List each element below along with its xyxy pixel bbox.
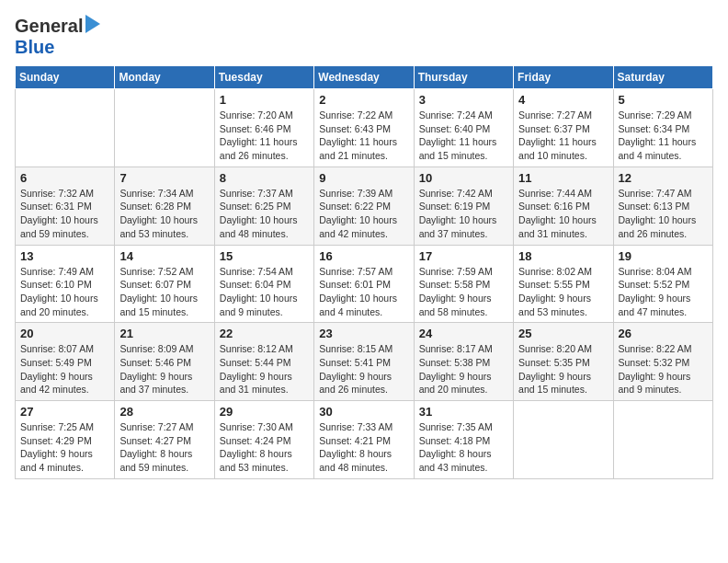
- calendar-cell: [613, 401, 712, 479]
- calendar-cell: 19Sunrise: 8:04 AM Sunset: 5:52 PM Dayli…: [613, 245, 712, 323]
- calendar-cell: 1Sunrise: 7:20 AM Sunset: 6:46 PM Daylig…: [214, 89, 313, 167]
- day-info: Sunrise: 8:02 AM Sunset: 5:55 PM Dayligh…: [518, 265, 608, 319]
- day-number: 22: [220, 327, 309, 340]
- logo: General Blue: [15, 15, 101, 58]
- day-number: 20: [20, 327, 109, 340]
- day-number: 6: [20, 171, 109, 185]
- calendar-cell: [514, 401, 613, 479]
- day-info: Sunrise: 7:34 AM Sunset: 6:28 PM Dayligh…: [119, 187, 209, 241]
- day-info: Sunrise: 8:07 AM Sunset: 5:49 PM Dayligh…: [20, 342, 109, 396]
- calendar-cell: [115, 89, 214, 167]
- day-number: 29: [220, 405, 309, 419]
- day-info: Sunrise: 8:22 AM Sunset: 5:32 PM Dayligh…: [619, 342, 708, 396]
- day-info: Sunrise: 7:37 AM Sunset: 6:25 PM Dayligh…: [220, 187, 309, 241]
- calendar-cell: 30Sunrise: 7:33 AM Sunset: 4:21 PM Dayli…: [314, 401, 414, 479]
- day-info: Sunrise: 7:54 AM Sunset: 6:04 PM Dayligh…: [220, 265, 309, 319]
- page-header: General Blue: [15, 15, 713, 58]
- day-info: Sunrise: 8:17 AM Sunset: 5:38 PM Dayligh…: [419, 342, 508, 396]
- day-number: 10: [419, 171, 508, 185]
- calendar-cell: 10Sunrise: 7:42 AM Sunset: 6:19 PM Dayli…: [414, 167, 513, 245]
- day-info: Sunrise: 7:24 AM Sunset: 6:40 PM Dayligh…: [419, 109, 508, 163]
- calendar-cell: 25Sunrise: 8:20 AM Sunset: 5:35 PM Dayli…: [514, 323, 613, 401]
- day-info: Sunrise: 7:22 AM Sunset: 6:43 PM Dayligh…: [319, 109, 408, 163]
- day-number: 28: [119, 405, 209, 419]
- calendar-cell: 7Sunrise: 7:34 AM Sunset: 6:28 PM Daylig…: [115, 167, 214, 245]
- day-info: Sunrise: 7:59 AM Sunset: 5:58 PM Dayligh…: [419, 265, 508, 319]
- calendar-cell: 23Sunrise: 8:15 AM Sunset: 5:41 PM Dayli…: [314, 323, 414, 401]
- calendar-header-tuesday: Tuesday: [214, 66, 313, 89]
- day-number: 27: [20, 405, 109, 419]
- logo-blue: Blue: [15, 37, 54, 57]
- day-number: 15: [220, 249, 309, 263]
- day-number: 11: [518, 171, 608, 185]
- calendar-cell: 28Sunrise: 7:27 AM Sunset: 4:27 PM Dayli…: [115, 401, 214, 479]
- day-info: Sunrise: 7:39 AM Sunset: 6:22 PM Dayligh…: [319, 187, 408, 241]
- calendar-table: SundayMondayTuesdayWednesdayThursdayFrid…: [15, 65, 713, 479]
- day-info: Sunrise: 7:47 AM Sunset: 6:13 PM Dayligh…: [619, 187, 708, 241]
- day-info: Sunrise: 7:32 AM Sunset: 6:31 PM Dayligh…: [20, 187, 109, 241]
- calendar-week-1: 1Sunrise: 7:20 AM Sunset: 6:46 PM Daylig…: [16, 89, 713, 167]
- calendar-cell: 20Sunrise: 8:07 AM Sunset: 5:49 PM Dayli…: [16, 323, 115, 401]
- day-number: 25: [518, 327, 608, 340]
- calendar-header-monday: Monday: [115, 66, 214, 89]
- calendar-cell: 22Sunrise: 8:12 AM Sunset: 5:44 PM Dayli…: [214, 323, 313, 401]
- logo-general: General: [15, 16, 83, 37]
- calendar-header-friday: Friday: [514, 66, 613, 89]
- day-number: 13: [20, 249, 109, 263]
- day-info: Sunrise: 7:35 AM Sunset: 4:18 PM Dayligh…: [419, 420, 508, 475]
- day-number: 9: [319, 171, 408, 185]
- calendar-cell: 21Sunrise: 8:09 AM Sunset: 5:46 PM Dayli…: [115, 323, 214, 401]
- day-number: 5: [619, 93, 708, 107]
- day-info: Sunrise: 7:42 AM Sunset: 6:19 PM Dayligh…: [419, 187, 508, 241]
- day-number: 8: [220, 171, 309, 185]
- calendar-header-thursday: Thursday: [414, 66, 513, 89]
- calendar-week-3: 13Sunrise: 7:49 AM Sunset: 6:10 PM Dayli…: [16, 245, 713, 323]
- calendar-cell: 5Sunrise: 7:29 AM Sunset: 6:34 PM Daylig…: [613, 89, 712, 167]
- calendar-cell: 12Sunrise: 7:47 AM Sunset: 6:13 PM Dayli…: [613, 167, 712, 245]
- day-info: Sunrise: 7:29 AM Sunset: 6:34 PM Dayligh…: [619, 109, 708, 163]
- calendar-cell: 9Sunrise: 7:39 AM Sunset: 6:22 PM Daylig…: [314, 167, 414, 245]
- calendar-cell: 11Sunrise: 7:44 AM Sunset: 6:16 PM Dayli…: [514, 167, 613, 245]
- calendar-cell: 15Sunrise: 7:54 AM Sunset: 6:04 PM Dayli…: [214, 245, 313, 323]
- calendar-week-5: 27Sunrise: 7:25 AM Sunset: 4:29 PM Dayli…: [16, 401, 713, 479]
- day-number: 2: [319, 93, 408, 107]
- day-number: 30: [319, 405, 408, 419]
- calendar-cell: 18Sunrise: 8:02 AM Sunset: 5:55 PM Dayli…: [514, 245, 613, 323]
- day-info: Sunrise: 8:15 AM Sunset: 5:41 PM Dayligh…: [319, 342, 408, 396]
- day-number: 31: [419, 405, 508, 419]
- calendar-week-2: 6Sunrise: 7:32 AM Sunset: 6:31 PM Daylig…: [16, 167, 713, 245]
- calendar-header-wednesday: Wednesday: [314, 66, 414, 89]
- calendar-week-4: 20Sunrise: 8:07 AM Sunset: 5:49 PM Dayli…: [16, 323, 713, 401]
- calendar-header-sunday: Sunday: [16, 66, 115, 89]
- day-info: Sunrise: 7:30 AM Sunset: 4:24 PM Dayligh…: [220, 420, 309, 475]
- calendar-header: SundayMondayTuesdayWednesdayThursdayFrid…: [16, 66, 713, 89]
- day-number: 14: [119, 249, 209, 263]
- calendar-header-saturday: Saturday: [613, 66, 712, 89]
- calendar-cell: [16, 89, 115, 167]
- day-number: 12: [619, 171, 708, 185]
- calendar-cell: 26Sunrise: 8:22 AM Sunset: 5:32 PM Dayli…: [613, 323, 712, 401]
- day-number: 7: [119, 171, 209, 185]
- calendar-cell: 14Sunrise: 7:52 AM Sunset: 6:07 PM Dayli…: [115, 245, 214, 323]
- calendar-cell: 31Sunrise: 7:35 AM Sunset: 4:18 PM Dayli…: [414, 401, 513, 479]
- day-number: 3: [419, 93, 508, 107]
- calendar-cell: 17Sunrise: 7:59 AM Sunset: 5:58 PM Dayli…: [414, 245, 513, 323]
- day-info: Sunrise: 7:49 AM Sunset: 6:10 PM Dayligh…: [20, 265, 109, 319]
- day-info: Sunrise: 8:04 AM Sunset: 5:52 PM Dayligh…: [619, 265, 708, 319]
- day-info: Sunrise: 8:12 AM Sunset: 5:44 PM Dayligh…: [220, 342, 309, 396]
- day-info: Sunrise: 7:44 AM Sunset: 6:16 PM Dayligh…: [518, 187, 608, 241]
- day-number: 23: [319, 327, 408, 340]
- day-number: 26: [619, 327, 708, 340]
- day-info: Sunrise: 8:09 AM Sunset: 5:46 PM Dayligh…: [119, 342, 209, 396]
- calendar-cell: 6Sunrise: 7:32 AM Sunset: 6:31 PM Daylig…: [16, 167, 115, 245]
- day-info: Sunrise: 7:57 AM Sunset: 6:01 PM Dayligh…: [319, 265, 408, 319]
- logo-arrow-icon: [85, 15, 100, 37]
- day-number: 1: [220, 93, 309, 107]
- day-number: 17: [419, 249, 508, 263]
- calendar-cell: 2Sunrise: 7:22 AM Sunset: 6:43 PM Daylig…: [314, 89, 414, 167]
- calendar-cell: 4Sunrise: 7:27 AM Sunset: 6:37 PM Daylig…: [514, 89, 613, 167]
- calendar-cell: 8Sunrise: 7:37 AM Sunset: 6:25 PM Daylig…: [214, 167, 313, 245]
- calendar-cell: 24Sunrise: 8:17 AM Sunset: 5:38 PM Dayli…: [414, 323, 513, 401]
- day-number: 24: [419, 327, 508, 340]
- day-info: Sunrise: 7:27 AM Sunset: 4:27 PM Dayligh…: [119, 420, 209, 475]
